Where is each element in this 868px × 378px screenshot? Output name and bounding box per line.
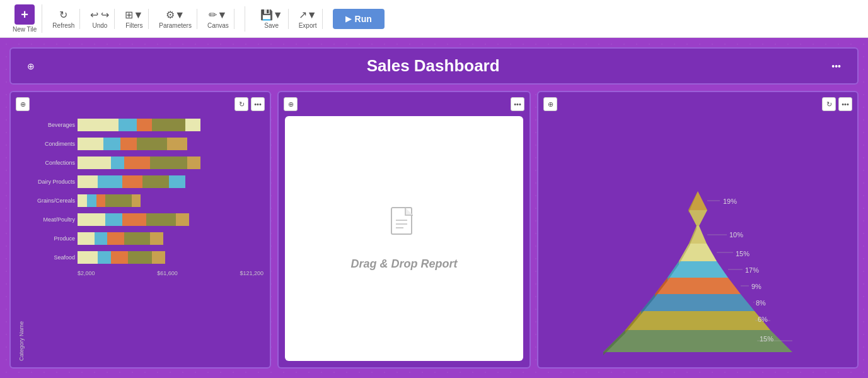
bar-segment	[137, 138, 166, 150]
canvas: ⊕ Sales Dashboard ••• ⊕ ↻ ••• Category N…	[0, 38, 868, 378]
table-row: Dairy Products	[25, 173, 263, 191]
bar-segment	[87, 194, 96, 207]
bar-segment	[146, 213, 176, 226]
bar-chart-more-button[interactable]: •••	[251, 97, 265, 111]
pyramid-refresh-button[interactable]: ↻	[822, 97, 836, 111]
bar-chart-refresh-button[interactable]: ↻	[234, 97, 248, 111]
save-icon: 💾▼	[260, 9, 283, 21]
bar-segment	[103, 138, 120, 150]
drop-zone-panel[interactable]: ⊕ ••• Drag & Drop Report	[277, 91, 531, 369]
drop-zone-move[interactable]: ⊕	[284, 97, 298, 111]
table-row: Seafood	[25, 249, 263, 266]
bar-segment	[137, 119, 152, 131]
svg-marker-8	[641, 294, 755, 311]
refresh-button[interactable]: ↻ Refresh	[52, 9, 74, 29]
canvas-label: Canvas	[207, 22, 229, 29]
drop-zone-more-button[interactable]: •••	[511, 97, 524, 111]
export-label: Export	[299, 22, 317, 29]
bar-segment	[78, 175, 98, 188]
bar-rows-container: Beverages Condiments	[25, 116, 263, 361]
drop-file-icon	[388, 206, 420, 250]
bar-segment	[150, 157, 187, 169]
bar-chart-move[interactable]: ⊕	[16, 97, 30, 111]
bar-segment	[105, 194, 131, 207]
pyramid-pct-4: 17%	[745, 266, 759, 274]
bar-segment	[124, 157, 150, 169]
new-tile-group: + New Tile	[8, 4, 42, 33]
bar-segment	[142, 175, 168, 188]
refresh-icon: ↻	[59, 9, 67, 21]
new-tile-icon[interactable]: +	[14, 4, 35, 25]
bar-segment	[78, 251, 98, 264]
bar-label: Condiments	[25, 141, 75, 147]
pyramid-controls: ↻ •••	[822, 97, 852, 111]
canvas-group: ✏▼ Canvas	[202, 9, 234, 29]
undo-icon: ↩	[90, 9, 98, 21]
bar-segment	[78, 194, 87, 207]
bar-segment	[122, 213, 146, 226]
bar-segment	[167, 138, 187, 150]
bar-chart-content: Category Name Beverages	[17, 116, 263, 361]
charts-row: ⊕ ↻ ••• Category Name Beverages	[9, 91, 859, 369]
bar-label: Dairy Products	[25, 179, 75, 185]
bar-chart-inner: Category Name Beverages	[17, 116, 263, 361]
bar-chart-controls: ↻ •••	[234, 97, 265, 111]
canvas-button[interactable]: ✏▼ Canvas	[207, 9, 229, 29]
refresh-group: ↻ Refresh	[47, 9, 80, 29]
bar-segments	[78, 232, 263, 245]
bar-label: Beverages	[25, 122, 75, 128]
svg-marker-6	[625, 311, 770, 330]
bar-segment	[98, 251, 111, 264]
svg-marker-16	[689, 226, 707, 244]
pyramid-more-button[interactable]: •••	[838, 97, 852, 111]
parameters-button[interactable]: ⚙▼ Parameters	[159, 9, 192, 29]
svg-marker-18	[688, 210, 707, 226]
bar-segment	[95, 232, 108, 245]
move-icon[interactable]: ⊕	[543, 97, 557, 111]
bar-segments	[78, 157, 263, 169]
bar-segment	[132, 194, 141, 207]
move-icon[interactable]: ⊕	[16, 97, 30, 111]
table-row: Produce	[25, 230, 263, 247]
bar-segments	[78, 119, 263, 131]
undo-group: ↩ ↪ Undo	[85, 9, 115, 29]
pyramid-pct-7: 6%	[758, 316, 768, 323]
filters-label: Filters	[125, 22, 142, 29]
new-tile-button[interactable]: + New Tile	[13, 4, 37, 33]
table-row: Meat/Poultry	[25, 211, 263, 228]
svg-marker-12	[668, 261, 728, 278]
pyramid-pct-1: 19%	[723, 198, 737, 205]
bar-segment	[169, 175, 186, 188]
pyramid-pct-2: 10%	[729, 231, 743, 239]
table-row: Confections	[25, 154, 263, 172]
bar-segments	[78, 194, 263, 207]
bar-segments	[78, 175, 263, 188]
dashboard-title: Sales Dashboard	[38, 56, 828, 76]
pyramid-pct-8: 15%	[760, 335, 773, 343]
move-icon[interactable]: ⊕	[284, 97, 298, 111]
save-group: 💾▼ Save	[255, 9, 289, 29]
parameters-group: ⚙▼ Parameters	[154, 9, 197, 29]
drop-zone-inner[interactable]: Drag & Drop Report	[285, 116, 523, 361]
pyramid-pct-5: 9%	[751, 283, 761, 290]
bar-segment	[187, 157, 200, 169]
pyramid-pct-6: 8%	[756, 299, 766, 307]
bar-segment	[78, 157, 111, 169]
x-label-mid: $61,600	[157, 270, 178, 276]
filters-button[interactable]: ⊞▼ Filters	[125, 9, 143, 29]
run-button[interactable]: Run	[333, 9, 385, 29]
bar-segment	[78, 213, 105, 226]
filters-icon: ⊞▼	[125, 9, 143, 21]
refresh-label: Refresh	[52, 22, 74, 29]
bar-segment	[124, 232, 150, 245]
save-button[interactable]: 💾▼ Save	[260, 9, 283, 29]
bar-segments	[78, 251, 263, 264]
bar-segment	[152, 119, 185, 131]
pyramid-move[interactable]: ⊕	[543, 97, 557, 111]
title-move-button[interactable]: ⊕	[23, 60, 38, 73]
title-panel: ⊕ Sales Dashboard •••	[9, 47, 859, 85]
title-more-button[interactable]: •••	[828, 60, 845, 73]
export-button[interactable]: ↗▼ Export	[299, 9, 317, 29]
bar-segment	[78, 232, 95, 245]
undo-button[interactable]: ↩ ↪ Undo	[90, 9, 109, 29]
